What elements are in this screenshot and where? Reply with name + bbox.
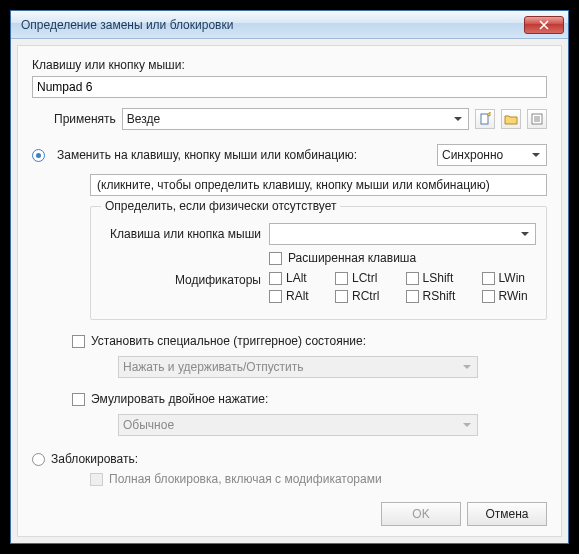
lalt-checkbox[interactable]: [269, 272, 282, 285]
block-full-checkbox: [90, 473, 103, 486]
double-checkbox[interactable]: [72, 393, 85, 406]
replace-radio[interactable]: [32, 149, 45, 162]
new-document-icon: [478, 112, 492, 126]
chevron-down-icon: [459, 359, 475, 375]
trigger-select-value: Нажать и удерживать/Отпустить: [123, 360, 303, 374]
block-radio-label: Заблокировать:: [51, 452, 138, 466]
apply-select[interactable]: Везде: [122, 108, 469, 130]
absent-key-label: Клавиша или кнопка мыши: [101, 227, 261, 241]
cancel-button[interactable]: Отмена: [467, 502, 547, 526]
titlebar: Определение замены или блокировки: [11, 11, 568, 39]
trigger-checkbox[interactable]: [72, 335, 85, 348]
chevron-down-icon: [528, 147, 544, 163]
close-button[interactable]: [524, 16, 564, 34]
trigger-row: Установить специальное (триггерное) сост…: [72, 334, 547, 348]
apply-label: Применять: [54, 112, 116, 126]
lctrl-checkbox[interactable]: [335, 272, 348, 285]
mods-label: Модификаторы: [101, 271, 261, 287]
extended-label: Расширенная клавиша: [288, 251, 416, 265]
open-folder-icon: [504, 112, 518, 126]
dialog-footer: OK Отмена: [32, 492, 547, 526]
properties-icon: [530, 112, 544, 126]
lwin-checkbox[interactable]: [482, 272, 495, 285]
absent-groupbox: Определить, если физически отсутствует К…: [90, 206, 547, 320]
block-full-row: Полная блокировка, включая с модификатор…: [90, 472, 547, 486]
modifiers-grid: LAlt LCtrl LShift LWin RAlt RCtrl RShift…: [269, 271, 536, 303]
close-icon: [539, 20, 549, 30]
block-full-label: Полная блокировка, включая с модификатор…: [109, 472, 382, 486]
window-title: Определение замены или блокировки: [21, 18, 233, 32]
double-row: Эмулировать двойное нажатие:: [72, 392, 547, 406]
new-button[interactable]: [475, 109, 495, 129]
ralt-checkbox[interactable]: [269, 290, 282, 303]
extended-checkbox[interactable]: [269, 252, 282, 265]
rctrl-checkbox[interactable]: [335, 290, 348, 303]
chevron-down-icon: [450, 111, 466, 127]
dialog-window: Определение замены или блокировки Клавиш…: [10, 10, 569, 544]
replace-option-row: Заменить на клавишу, кнопку мыши или ком…: [32, 144, 547, 166]
trigger-label: Установить специальное (триггерное) сост…: [91, 334, 366, 348]
chevron-down-icon: [459, 417, 475, 433]
chevron-down-icon: [517, 226, 533, 242]
click-hint-field[interactable]: (кликните, чтобы определить клавишу, кно…: [90, 174, 547, 196]
key-field-label: Клавишу или кнопку мыши:: [32, 58, 547, 72]
absent-key-select[interactable]: [269, 223, 536, 245]
key-input[interactable]: [32, 76, 547, 98]
sync-select[interactable]: Синхронно: [437, 144, 547, 166]
replace-radio-label: Заменить на клавишу, кнопку мыши или ком…: [57, 148, 431, 162]
groupbox-legend: Определить, если физически отсутствует: [101, 199, 340, 213]
double-select-value: Обычное: [123, 418, 174, 432]
block-option-row: Заблокировать:: [32, 452, 547, 466]
rwin-checkbox[interactable]: [482, 290, 495, 303]
open-button[interactable]: [501, 109, 521, 129]
double-select: Обычное: [118, 414, 478, 436]
lshift-checkbox[interactable]: [406, 272, 419, 285]
trigger-select: Нажать и удерживать/Отпустить: [118, 356, 478, 378]
sync-select-value: Синхронно: [442, 148, 503, 162]
rshift-checkbox[interactable]: [406, 290, 419, 303]
apply-select-value: Везде: [127, 112, 160, 126]
block-radio[interactable]: [32, 453, 45, 466]
apply-row: Применять Везде: [32, 108, 547, 130]
ok-button[interactable]: OK: [381, 502, 461, 526]
properties-button[interactable]: [527, 109, 547, 129]
double-label: Эмулировать двойное нажатие:: [91, 392, 268, 406]
client-area: Клавишу или кнопку мыши: Применять Везде…: [17, 45, 562, 537]
